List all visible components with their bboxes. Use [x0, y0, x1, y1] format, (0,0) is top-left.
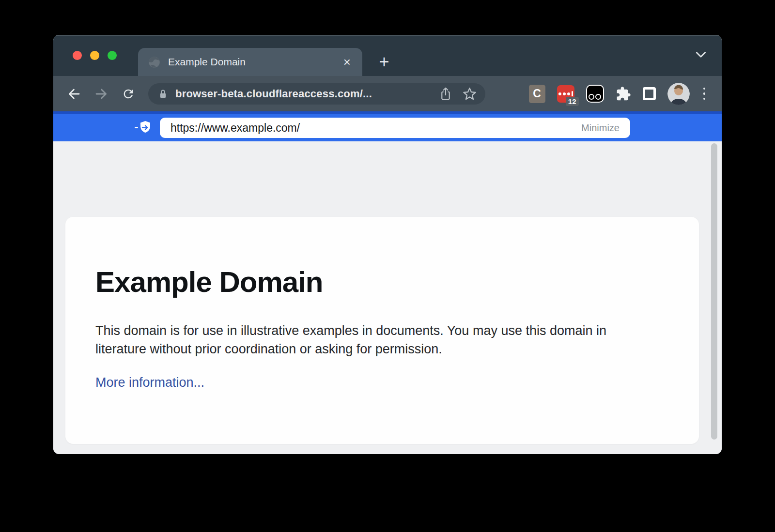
extension-c-icon[interactable]: C	[529, 85, 545, 103]
forward-icon[interactable]	[91, 84, 111, 104]
extensions-area: C 12	[529, 83, 708, 105]
minimize-window-button[interactable]	[90, 51, 99, 60]
profile-avatar[interactable]	[667, 83, 690, 105]
puzzle-extensions-icon[interactable]	[616, 86, 631, 102]
zoom-window-button[interactable]	[108, 51, 117, 60]
isolation-url-input[interactable]: https://www.example.com/ Minimize	[160, 118, 630, 138]
browser-toolbar: browser-beta.cloudflareaccess.com/... C …	[53, 76, 722, 111]
back-icon[interactable]	[64, 84, 84, 104]
example-domain-card: Example Domain This domain is for use in…	[65, 217, 699, 444]
address-bar[interactable]: browser-beta.cloudflareaccess.com/...	[148, 83, 485, 105]
kebab-menu-icon[interactable]	[701, 86, 708, 102]
more-information-link[interactable]: More information...	[95, 375, 204, 390]
address-bar-url[interactable]: browser-beta.cloudflareaccess.com/...	[175, 88, 429, 100]
isolation-url-text[interactable]: https://www.example.com/	[170, 122, 581, 135]
new-tab-button[interactable]: +	[370, 48, 398, 76]
side-panel-icon[interactable]	[643, 87, 656, 100]
traffic-lights	[73, 35, 117, 76]
page-viewport: Example Domain This domain is for use in…	[53, 141, 722, 454]
extension-goggles-icon[interactable]	[586, 85, 604, 103]
reload-icon[interactable]	[118, 84, 139, 104]
tab-close-icon[interactable]: ×	[341, 56, 353, 68]
scrollbar-thumb[interactable]	[711, 143, 717, 440]
chevron-down-icon[interactable]	[695, 49, 707, 62]
page-paragraph: This domain is for use in illustrative e…	[95, 322, 652, 359]
tab-example-domain[interactable]: Example Domain ×	[138, 48, 362, 76]
minimize-button[interactable]: Minimize	[581, 122, 620, 134]
page-title: Example Domain	[95, 265, 669, 299]
close-window-button[interactable]	[73, 51, 82, 60]
bookmark-star-icon[interactable]	[463, 87, 477, 101]
isolation-shield-icon	[135, 121, 152, 135]
share-icon[interactable]	[439, 87, 452, 101]
lock-icon[interactable]	[158, 88, 168, 100]
extension-badge: 12	[566, 97, 579, 106]
browser-window: Example Domain × +	[53, 35, 722, 454]
tab-title: Example Domain	[168, 56, 341, 68]
isolation-bar: https://www.example.com/ Minimize	[53, 111, 722, 141]
tab-strip: Example Domain × +	[53, 35, 722, 76]
globe-favicon-icon	[148, 56, 161, 69]
extension-password-icon[interactable]: 12	[557, 85, 574, 103]
